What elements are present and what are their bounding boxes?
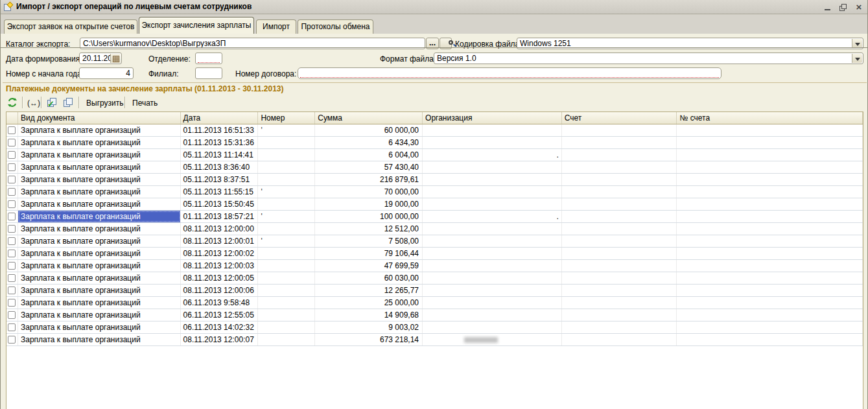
cell-account_no[interactable] (677, 149, 863, 161)
contract-input[interactable] (298, 67, 721, 79)
cell-num[interactable] (258, 137, 315, 148)
calendar-icon[interactable] (110, 54, 121, 63)
cell-sum[interactable]: 216 879,61 (315, 174, 423, 185)
row-checkbox[interactable] (8, 200, 16, 208)
row-checkbox-cell[interactable] (6, 161, 18, 173)
cell-num[interactable] (258, 285, 315, 296)
branch-input[interactable] (195, 67, 222, 79)
row-checkbox-cell[interactable] (6, 285, 18, 296)
row-checkbox-cell[interactable] (6, 248, 18, 259)
cell-date[interactable]: 08.11.2013 12:00:06 (181, 285, 259, 296)
cell-num[interactable] (258, 272, 315, 284)
cell-account[interactable] (562, 272, 677, 284)
tab-exchange-protocols[interactable]: Протоколы обмена (298, 19, 373, 34)
cell-num[interactable] (258, 149, 315, 161)
cell-account[interactable] (562, 321, 677, 333)
cell-date[interactable]: 08.11.2013 12:00:02 (181, 248, 259, 259)
cell-account[interactable] (562, 186, 677, 198)
cell-sum[interactable]: 70 000,00 (315, 186, 423, 198)
row-checkbox[interactable] (8, 139, 16, 146)
cell-doc[interactable]: Зарплата к выплате организаций (18, 223, 181, 235)
column-header[interactable]: Организация (423, 112, 562, 124)
cell-account_no[interactable] (677, 124, 863, 136)
cell-num[interactable]: ' (258, 124, 315, 136)
row-checkbox[interactable] (8, 262, 16, 270)
cell-account[interactable] (562, 174, 677, 185)
row-checkbox[interactable] (8, 323, 16, 331)
table-row[interactable]: Зарплата к выплате организаций06.11.2013… (6, 297, 863, 309)
column-header[interactable] (6, 112, 18, 124)
cell-account[interactable] (562, 198, 677, 210)
cell-sum[interactable]: 6 004,00 (315, 149, 423, 161)
cell-doc[interactable]: Зарплата к выплате организаций (18, 161, 181, 173)
cell-account_no[interactable] (677, 248, 863, 259)
row-checkbox[interactable] (8, 237, 16, 245)
cell-org[interactable] (423, 248, 562, 259)
row-checkbox[interactable] (8, 286, 16, 294)
cell-doc[interactable]: Зарплата к выплате организаций (18, 186, 181, 198)
cell-org[interactable] (423, 161, 562, 173)
cell-sum[interactable]: 6 434,30 (315, 137, 423, 148)
cell-org[interactable]: . (423, 149, 562, 161)
row-checkbox[interactable] (8, 311, 16, 319)
number-from-year-input[interactable]: 4 (79, 67, 134, 79)
row-checkbox-cell[interactable] (6, 334, 18, 345)
cell-account[interactable] (562, 248, 677, 259)
table-row[interactable]: Зарплата к выплате организаций08.11.2013… (6, 248, 863, 260)
cell-account_no[interactable] (677, 334, 863, 345)
print-button[interactable]: Печать (130, 97, 160, 110)
table-row[interactable]: Зарплата к выплате организаций01.11.2013… (6, 137, 863, 149)
cell-account_no[interactable] (677, 235, 863, 247)
cell-doc[interactable]: Зарплата к выплате организаций (18, 124, 181, 136)
table-row[interactable]: Зарплата к выплате организаций05.11.2013… (6, 161, 863, 174)
close-icon[interactable]: × (854, 3, 863, 12)
cell-date[interactable]: 08.11.2013 12:00:01 (181, 235, 259, 247)
table-row[interactable]: Зарплата к выплате организаций08.11.2013… (6, 223, 863, 235)
cell-sum[interactable]: 12 512,00 (315, 223, 423, 235)
row-checkbox-cell[interactable] (6, 211, 18, 222)
cell-num[interactable] (258, 248, 315, 259)
cell-account_no[interactable] (677, 161, 863, 173)
row-checkbox[interactable] (8, 336, 16, 344)
cell-doc[interactable]: Зарплата к выплате организаций (18, 235, 181, 247)
cell-date[interactable]: 08.11.2013 12:00:03 (181, 260, 259, 272)
row-checkbox[interactable] (8, 126, 16, 134)
cell-account[interactable] (562, 149, 677, 161)
cell-date[interactable]: 05.11.2013 11:14:41 (181, 149, 259, 161)
cell-date[interactable]: 08.11.2013 12:00:05 (181, 272, 259, 284)
uncheck-all-icon[interactable] (62, 97, 74, 110)
cell-num[interactable] (258, 297, 315, 309)
cell-org[interactable] (423, 124, 562, 136)
cell-sum[interactable]: 25 000,00 (315, 297, 423, 309)
tab-import[interactable]: Импорт (256, 19, 296, 34)
form-date-input[interactable]: 20.11.2013 (79, 53, 122, 64)
row-checkbox[interactable] (8, 213, 16, 220)
cell-sum[interactable]: 19 000,00 (315, 198, 423, 210)
cell-num[interactable] (258, 309, 315, 321)
cell-doc[interactable]: Зарплата к выплате организаций (18, 198, 181, 210)
format-select[interactable]: Версия 1.0 (434, 53, 863, 64)
cell-account_no[interactable] (677, 198, 863, 210)
row-checkbox-cell[interactable] (6, 272, 18, 284)
cell-sum[interactable]: 57 430,40 (315, 161, 423, 173)
cell-org[interactable] (423, 137, 562, 148)
cell-account_no[interactable] (677, 272, 863, 284)
cell-num[interactable] (258, 223, 315, 235)
table-row[interactable]: Зарплата к выплате организаций08.11.2013… (6, 272, 863, 285)
cell-date[interactable]: 06.11.2013 9:58:48 (181, 297, 259, 309)
cell-account[interactable] (562, 161, 677, 173)
cell-account_no[interactable] (677, 174, 863, 185)
cell-account[interactable] (562, 124, 677, 136)
cell-org[interactable] (423, 223, 562, 235)
cell-doc[interactable]: Зарплата к выплате организаций (18, 334, 181, 345)
cell-sum[interactable]: 9 003,02 (315, 321, 423, 333)
cell-account[interactable] (562, 235, 677, 247)
table-row[interactable]: Зарплата к выплате организаций05.11.2013… (6, 174, 863, 186)
cell-doc[interactable]: Зарплата к выплате организаций (18, 321, 181, 333)
table-row[interactable]: Зарплата к выплате организаций08.11.2013… (6, 334, 863, 346)
cell-doc[interactable]: Зарплата к выплате организаций (18, 248, 181, 259)
cell-account[interactable] (562, 211, 677, 222)
cell-account_no[interactable] (677, 211, 863, 222)
cell-num[interactable]: ' (258, 186, 315, 198)
row-checkbox[interactable] (8, 225, 16, 233)
